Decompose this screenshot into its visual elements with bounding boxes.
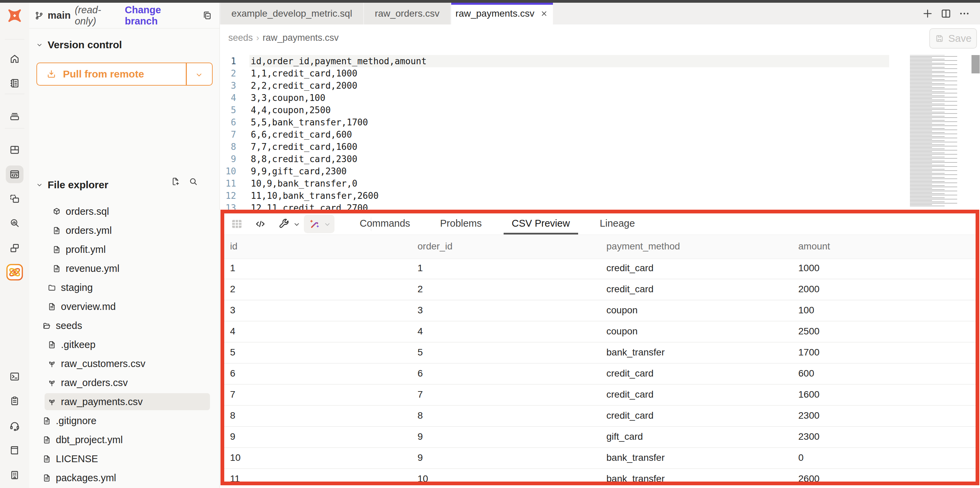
pull-from-remote-button[interactable]: Pull from remote <box>37 63 213 86</box>
code-line: 11,10,bank_transfer,2600 <box>251 190 379 202</box>
table-cell: 5 <box>417 342 423 362</box>
code-line: 4,4,coupon,2500 <box>251 104 331 116</box>
clipboard-icon[interactable] <box>9 395 21 407</box>
file-label: overview.md <box>61 301 116 312</box>
table-cell: 9 <box>417 448 423 467</box>
file-icon <box>52 226 61 235</box>
more-options-icon[interactable] <box>958 8 970 20</box>
split-editor-icon[interactable] <box>940 8 952 20</box>
file-label: orders.yml <box>66 225 111 236</box>
table-cell: 9 <box>230 427 235 447</box>
button-divider <box>186 63 187 85</box>
activity-divider <box>5 128 24 128</box>
table-cell: 4 <box>417 322 423 341</box>
file-item-orders-sql[interactable]: orders.sql <box>29 202 220 221</box>
breadcrumb-folder[interactable]: seeds <box>228 33 253 43</box>
table-cell: gift_card <box>606 427 643 447</box>
editor-tab-bar: example_develop_metric.sqlraw_orders.csv… <box>220 3 980 24</box>
table-row: 77credit_card1600 <box>224 385 975 406</box>
close-tab-icon[interactable] <box>540 9 549 18</box>
file-item-dbt-project-yml[interactable]: dbt_project.yml <box>29 430 220 449</box>
activity-divider <box>5 39 24 40</box>
file-label: .gitignore <box>56 415 96 426</box>
save-button[interactable]: Save <box>929 28 977 49</box>
book-icon[interactable] <box>9 445 21 456</box>
editor-tab-raw-payments-csv[interactable]: raw_payments.csv <box>451 3 553 24</box>
file-label: raw_customers.csv <box>61 358 145 369</box>
magic-wand-icon[interactable] <box>309 218 321 230</box>
notebook-icon[interactable] <box>9 78 21 89</box>
file-item-profit-yml[interactable]: profit.yml <box>29 240 220 259</box>
new-tab-icon[interactable] <box>921 8 934 20</box>
windows-icon[interactable] <box>9 242 21 254</box>
file-item-orders-yml[interactable]: orders.yml <box>29 221 220 240</box>
table-cell: bank_transfer <box>606 469 665 485</box>
file-item--gitkeep[interactable]: .gitkeep <box>29 335 220 354</box>
csv-table-header: idorder_idpayment_methodamount <box>224 234 975 259</box>
select-area-icon[interactable] <box>9 193 21 204</box>
file-item-overview-md[interactable]: overview.md <box>29 297 220 316</box>
file-label: dbt_project.yml <box>56 434 123 445</box>
table-row: 55bank_transfer1700 <box>224 342 975 364</box>
seed-icon <box>47 359 56 368</box>
table-cell: 11 <box>230 469 240 485</box>
code-icon[interactable] <box>254 218 266 230</box>
panel-tab-commands[interactable]: Commands <box>352 214 418 234</box>
copy-icon[interactable] <box>202 10 213 21</box>
code-line: 2,2,credit_card,2000 <box>251 79 357 92</box>
file-label: packages.yml <box>56 472 116 483</box>
breadcrumb: seeds › raw_payments.csv <box>228 33 339 43</box>
editor-tab-raw-orders-csv[interactable]: raw_orders.csv <box>364 3 450 24</box>
table-cell: 6 <box>417 364 423 383</box>
dashboard-grid-icon[interactable] <box>9 144 21 156</box>
chevron-down-icon[interactable] <box>194 70 204 79</box>
file-item-packages-yml[interactable]: packages.yml <box>29 468 220 487</box>
breadcrumb-file: raw_payments.csv <box>263 33 339 43</box>
branch-name: main <box>48 10 71 21</box>
editor-tab-example-develop-metric-sql[interactable]: example_develop_metric.sql <box>221 3 363 24</box>
file-item-raw-customers-csv[interactable]: raw_customers.csv <box>29 354 220 373</box>
table-cell: credit_card <box>606 279 654 299</box>
chevron-down-icon[interactable] <box>323 220 332 229</box>
table-cell: 1 <box>417 258 423 278</box>
file-item-revenue-yml[interactable]: revenue.yml <box>29 259 220 278</box>
panel-tab-csv-preview[interactable]: CSV Preview <box>504 214 578 234</box>
file-item-seeds[interactable]: seeds <box>29 316 220 335</box>
file-item-license[interactable]: LICENSE <box>29 449 220 468</box>
chevron-down-icon <box>35 181 43 189</box>
change-branch-link[interactable]: Change branch <box>125 5 195 27</box>
table-row: 22credit_card2000 <box>224 279 975 300</box>
home-icon[interactable] <box>9 53 21 65</box>
building-icon[interactable] <box>9 469 21 481</box>
file-item--gitignore[interactable]: .gitignore <box>29 411 220 430</box>
panel-tab-problems[interactable]: Problems <box>432 214 490 234</box>
scrollbar-thumb[interactable] <box>972 55 980 73</box>
table-cell: 1700 <box>798 342 819 362</box>
wrench-icon[interactable] <box>278 218 290 230</box>
search-icon[interactable] <box>188 176 198 187</box>
table-icon[interactable] <box>230 217 243 231</box>
code-line: 5,5,bank_transfer,1700 <box>251 116 368 128</box>
code-editor-icon[interactable] <box>9 168 21 180</box>
file-item-raw-orders-csv[interactable]: raw_orders.csv <box>29 373 220 392</box>
terminal-icon[interactable] <box>9 371 21 382</box>
table-cell: 2 <box>417 279 423 299</box>
chevron-down-icon[interactable] <box>292 220 301 229</box>
headset-icon[interactable] <box>9 420 21 432</box>
table-cell: 100 <box>798 300 814 320</box>
atom-icon[interactable] <box>6 263 24 281</box>
new-file-icon[interactable] <box>170 176 181 187</box>
code-editor[interactable]: 12345678910111213 id,order_id,payment_me… <box>220 55 980 219</box>
version-control-title: Version control <box>48 39 122 51</box>
search-chart-icon[interactable] <box>9 217 21 229</box>
file-item-raw-payments-csv[interactable]: raw_payments.csv <box>29 392 220 411</box>
panel-tab-lineage[interactable]: Lineage <box>592 214 643 234</box>
trays-icon[interactable] <box>9 111 21 122</box>
version-control-header[interactable]: Version control <box>35 37 122 53</box>
table-cell: bank_transfer <box>606 342 665 362</box>
table-cell: 1 <box>230 258 235 278</box>
table-row: 33coupon100 <box>224 300 975 322</box>
csv-preview-panel: CommandsProblemsCSV PreviewLineage idord… <box>221 210 979 485</box>
column-header-amount: amount <box>798 235 830 258</box>
file-item-staging[interactable]: staging <box>29 278 220 297</box>
